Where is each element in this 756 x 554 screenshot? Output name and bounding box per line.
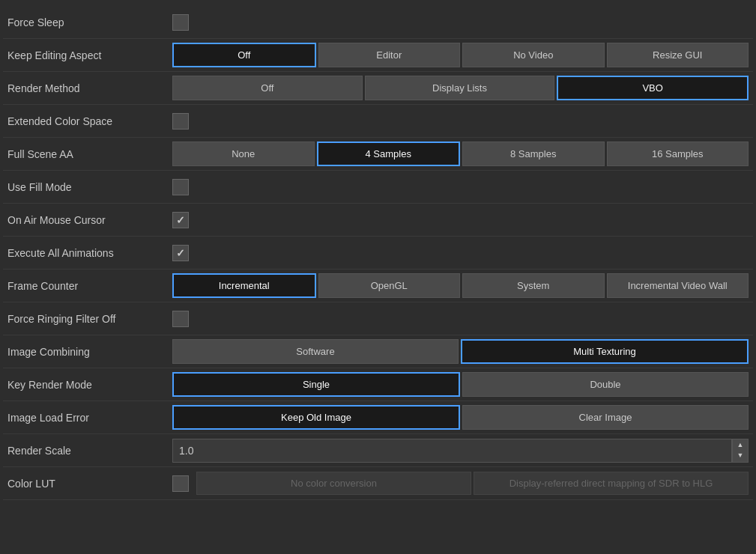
row-image-load-error: Image Load ErrorKeep Old ImageClear Imag… (3, 401, 753, 434)
row-key-render-mode: Key Render ModeSingleDouble (3, 368, 753, 401)
label-on-air-mouse-cursor: On Air Mouse Cursor (7, 214, 172, 226)
render-scale-wrapper: ▲▼ (172, 439, 749, 463)
row-color-lut: Color LUTNo color conversionDisplay-refe… (3, 467, 753, 500)
row-render-scale: Render Scale▲▼ (3, 434, 753, 467)
btn-frame-counter-incremental[interactable]: Incremental (172, 273, 316, 298)
controls-image-combining: SoftwareMulti Texturing (172, 339, 749, 364)
btn-keep-editing-aspect-off[interactable]: Off (172, 43, 316, 67)
color-lut-options: No color conversionDisplay-referred dire… (196, 472, 749, 495)
label-color-lut: Color LUT (7, 478, 172, 490)
controls-render-scale: ▲▼ (172, 439, 749, 463)
checkbox-force-sleep[interactable] (172, 14, 189, 31)
label-render-scale: Render Scale (7, 445, 172, 457)
label-image-load-error: Image Load Error (7, 412, 172, 424)
btn-render-method-off[interactable]: Off (172, 76, 363, 100)
controls-execute-all-animations (172, 245, 749, 261)
color-lut-option-no-color-conversion: No color conversion (196, 472, 471, 495)
controls-use-fill-mode (172, 179, 749, 195)
row-force-sleep: Force Sleep (3, 6, 753, 39)
btn-frame-counter-opengl[interactable]: OpenGL (318, 273, 461, 298)
btn-full-scene-aa-16-samples[interactable]: 16 Samples (607, 141, 749, 166)
controls-key-render-mode: SingleDouble (172, 372, 749, 397)
label-full-scene-aa: Full Scene AA (7, 148, 172, 160)
render-scale-down-button[interactable]: ▼ (733, 450, 748, 460)
btn-keep-editing-aspect-resize-gui[interactable]: Resize GUI (607, 43, 749, 67)
btn-key-render-mode-single[interactable]: Single (172, 372, 460, 397)
checkbox-execute-all-animations[interactable] (172, 245, 189, 261)
btn-full-scene-aa-none[interactable]: None (172, 141, 315, 166)
label-image-combining: Image Combining (7, 346, 172, 358)
row-frame-counter: Frame CounterIncrementalOpenGLSystemIncr… (3, 270, 753, 302)
controls-force-ringing-filter-off (172, 311, 749, 327)
controls-render-method: OffDisplay ListsVBO (172, 76, 749, 100)
checkbox-color-lut[interactable] (172, 475, 189, 492)
btn-group-keep-editing-aspect: OffEditorNo VideoResize GUI (172, 43, 749, 67)
btn-image-combining-software[interactable]: Software (172, 339, 459, 364)
row-execute-all-animations: Execute All Animations (3, 237, 753, 270)
row-extended-color-space: Extended Color Space (3, 105, 753, 138)
controls-on-air-mouse-cursor (172, 212, 749, 228)
btn-image-load-error-keep-old-image[interactable]: Keep Old Image (172, 405, 460, 430)
controls-frame-counter: IncrementalOpenGLSystemIncremental Video… (172, 273, 749, 298)
btn-group-image-combining: SoftwareMulti Texturing (172, 339, 749, 364)
label-keep-editing-aspect: Keep Editing Aspect (7, 49, 172, 61)
render-scale-up-button[interactable]: ▲ (733, 439, 748, 450)
label-force-ringing-filter-off: Force Ringing Filter Off (7, 313, 172, 325)
controls-keep-editing-aspect: OffEditorNo VideoResize GUI (172, 43, 749, 67)
render-scale-input[interactable] (172, 439, 732, 463)
checkbox-extended-color-space[interactable] (172, 113, 189, 130)
render-scale-spin: ▲▼ (732, 439, 749, 463)
row-render-method: Render MethodOffDisplay ListsVBO (3, 72, 753, 105)
label-use-fill-mode: Use Fill Mode (7, 181, 172, 193)
checkbox-use-fill-mode[interactable] (172, 179, 189, 195)
color-lut-option-display-referred-dir: Display-referred direct mapping of SDR t… (474, 472, 749, 495)
label-extended-color-space: Extended Color Space (7, 115, 172, 127)
btn-group-full-scene-aa: None4 Samples8 Samples16 Samples (172, 141, 749, 166)
controls-force-sleep (172, 14, 749, 31)
label-render-method: Render Method (7, 82, 172, 94)
label-force-sleep: Force Sleep (7, 16, 172, 28)
row-full-scene-aa: Full Scene AANone4 Samples8 Samples16 Sa… (3, 138, 753, 171)
btn-render-method-display-lists[interactable]: Display Lists (365, 76, 555, 100)
btn-image-combining-multi-texturing[interactable]: Multi Texturing (461, 339, 749, 364)
btn-frame-counter-incremental-video-wall[interactable]: Incremental Video Wall (607, 273, 749, 298)
checkbox-on-air-mouse-cursor[interactable] (172, 212, 189, 228)
btn-keep-editing-aspect-no-video[interactable]: No Video (462, 43, 605, 67)
btn-full-scene-aa-8-samples[interactable]: 8 Samples (462, 141, 605, 166)
row-use-fill-mode: Use Fill Mode (3, 171, 753, 204)
btn-group-image-load-error: Keep Old ImageClear Image (172, 405, 749, 430)
checkbox-force-ringing-filter-off[interactable] (172, 311, 189, 327)
btn-frame-counter-system[interactable]: System (462, 273, 605, 298)
row-image-combining: Image CombiningSoftwareMulti Texturing (3, 335, 753, 368)
settings-panel: Force SleepKeep Editing AspectOffEditorN… (0, 0, 756, 506)
controls-full-scene-aa: None4 Samples8 Samples16 Samples (172, 141, 749, 166)
controls-color-lut: No color conversionDisplay-referred dire… (172, 472, 749, 495)
label-key-render-mode: Key Render Mode (7, 379, 172, 391)
label-frame-counter: Frame Counter (7, 280, 172, 292)
btn-key-render-mode-double[interactable]: Double (462, 372, 749, 397)
row-on-air-mouse-cursor: On Air Mouse Cursor (3, 204, 753, 237)
controls-extended-color-space (172, 113, 749, 130)
btn-image-load-error-clear-image[interactable]: Clear Image (462, 405, 749, 430)
row-force-ringing-filter-off: Force Ringing Filter Off (3, 302, 753, 335)
btn-group-render-method: OffDisplay ListsVBO (172, 76, 749, 100)
row-keep-editing-aspect: Keep Editing AspectOffEditorNo VideoResi… (3, 39, 753, 72)
btn-render-method-vbo[interactable]: VBO (557, 76, 749, 100)
btn-group-key-render-mode: SingleDouble (172, 372, 749, 397)
controls-image-load-error: Keep Old ImageClear Image (172, 405, 749, 430)
btn-keep-editing-aspect-editor[interactable]: Editor (318, 43, 461, 67)
label-execute-all-animations: Execute All Animations (7, 247, 172, 259)
btn-full-scene-aa-4-samples[interactable]: 4 Samples (317, 141, 461, 166)
btn-group-frame-counter: IncrementalOpenGLSystemIncremental Video… (172, 273, 749, 298)
